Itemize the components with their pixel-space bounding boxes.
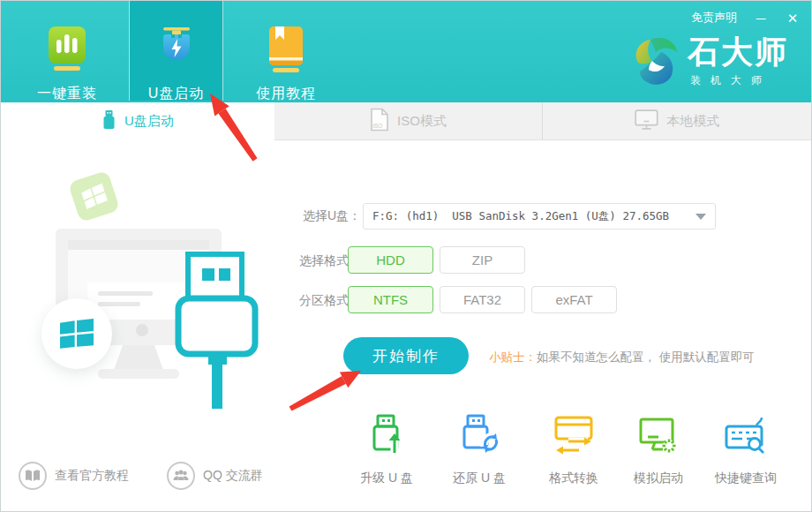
windows-logo-badge [41, 298, 112, 369]
usb-shield-icon [154, 25, 199, 77]
open-book-icon [19, 462, 47, 490]
titlebar: 免责声明 ─ ✕ [691, 10, 801, 26]
monitor-stand-base [98, 369, 179, 379]
mode-tab-local[interactable]: 本地模式 [543, 102, 811, 140]
nav-tab-label: 使用教程 [256, 85, 316, 103]
usb-plug-illustration [173, 248, 261, 416]
format-option-hdd[interactable]: HDD [348, 246, 433, 274]
monitor-icon [635, 109, 658, 133]
tool-label: 还原 U 盘 [453, 471, 506, 486]
mode-tab-label: 本地模式 [666, 113, 719, 130]
official-tutorial-link[interactable]: 查看官方教程 [19, 462, 129, 490]
tool-hotkey-query[interactable]: 快捷键查询 [693, 412, 799, 486]
nav-tab-usb-boot[interactable]: U盘启动 [129, 1, 223, 101]
tool-label: 快捷键查询 [715, 471, 777, 486]
usb-upgrade-icon [364, 412, 410, 462]
tool-label: 升级 U 盘 [360, 471, 413, 486]
nav-tab-tutorial[interactable]: 使用教程 [237, 1, 335, 101]
partition-option-exfat[interactable]: exFAT [531, 286, 617, 313]
mode-tab-usb-boot[interactable]: U盘启动 [1, 102, 274, 140]
chevron-down-icon [695, 214, 706, 220]
usb-select-label: 选择U盘： [283, 208, 361, 224]
nav-tab-reinstall[interactable]: 一键重装 [19, 1, 116, 101]
hotkey-search-icon [723, 412, 769, 462]
app-window: 一键重装 U盘启动 [0, 0, 812, 512]
tool-restore-usb[interactable]: 还原 U 盘 [426, 412, 532, 486]
mode-tab-label: U盘启动 [124, 113, 174, 130]
close-button[interactable]: ✕ [785, 11, 801, 25]
usb-select-dropdown[interactable]: F:G: (hd1) USB SanDisk 3.2Gen1 (U盘) 27.6… [363, 203, 716, 230]
monitor-camera-dot [136, 324, 148, 336]
footer-link-label: QQ 交流群 [203, 468, 263, 484]
windows-tile-icon [68, 170, 120, 222]
mode-tab-iso[interactable]: ISO ISO模式 [274, 102, 544, 140]
nav-tab-label: 一键重装 [37, 85, 97, 103]
book-icon [264, 25, 308, 77]
disclaimer-link[interactable]: 免责声明 [691, 10, 737, 26]
usb-restore-icon [456, 412, 502, 462]
brand-tagline: 装机大师 [688, 73, 788, 88]
tip-text: 小贴士：如果不知道怎么配置， 使用默认配置即可 [489, 350, 755, 365]
svg-text:ISO: ISO [372, 123, 382, 129]
format-convert-icon [551, 412, 597, 462]
minimize-button[interactable]: ─ [753, 11, 769, 25]
brand-logo: 石大师 装机大师 [631, 33, 788, 91]
partition-option-fat32[interactable]: FAT32 [440, 286, 525, 313]
tip-prefix: 小贴士： [489, 350, 537, 364]
partition-option-ntfs[interactable]: NTFS [348, 286, 433, 313]
usb-select-value: F:G: (hd1) USB SanDisk 3.2Gen1 (U盘) 27.6… [372, 209, 695, 224]
simulate-boot-icon [635, 412, 681, 462]
header: 一键重装 U盘启动 [1, 1, 811, 102]
tip-body: 如果不知道怎么配置， 使用默认配置即可 [537, 350, 755, 364]
usb-drive-icon [102, 110, 117, 133]
mode-tab-label: ISO模式 [397, 113, 447, 130]
mode-tab-bar: U盘启动 ISO ISO模式 本地模式 [1, 102, 811, 140]
footer-link-label: 查看官方教程 [55, 468, 129, 484]
qq-group-link[interactable]: QQ 交流群 [167, 462, 263, 490]
brand-name: 石大师 [688, 36, 788, 68]
tool-label: 模拟启动 [634, 471, 683, 486]
nav-tab-label: U盘启动 [148, 85, 205, 103]
group-icon [167, 462, 195, 490]
bar-chart-icon [45, 25, 89, 77]
tool-label: 格式转换 [549, 471, 598, 486]
brand-logo-icon [631, 33, 680, 91]
monitor-stand [114, 345, 163, 370]
brand-text: 石大师 装机大师 [688, 36, 788, 88]
format-option-zip[interactable]: ZIP [440, 246, 525, 274]
start-make-button[interactable]: 开始制作 [343, 337, 469, 374]
tool-upgrade-usb[interactable]: 升级 U 盘 [334, 412, 440, 486]
iso-file-icon: ISO [370, 108, 389, 134]
